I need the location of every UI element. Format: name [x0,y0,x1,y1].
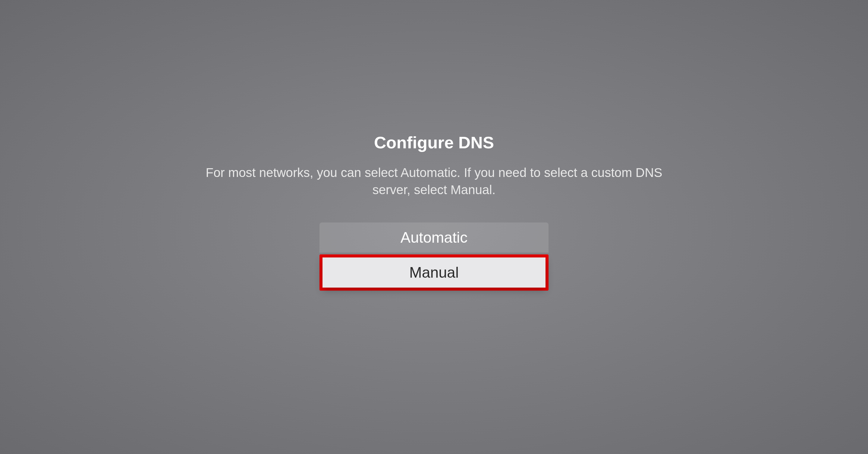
options-list: Automatic Manual [319,222,549,291]
dialog-description: For most networks, you can select Automa… [193,164,675,199]
automatic-option-button[interactable]: Automatic [319,222,549,253]
manual-option-button[interactable]: Manual [322,258,546,287]
dialog-title: Configure DNS [374,133,494,152]
manual-option-highlight: Manual [319,254,549,291]
configure-dns-dialog: Configure DNS For most networks, you can… [0,133,868,291]
